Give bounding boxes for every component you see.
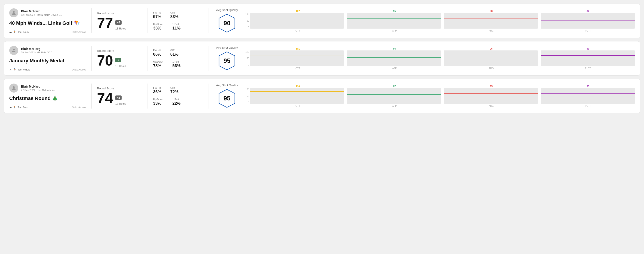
stats-section: FW Hit57%GIR83%Up/Down33%1 Putt11% <box>153 8 203 33</box>
y-axis: 100500 <box>245 13 250 29</box>
divider-3 <box>208 84 208 109</box>
stats-row-2: Up/Down33%1 Putt11% <box>153 23 203 31</box>
svg-point-0 <box>13 11 15 13</box>
holes-label: 18 Holes <box>115 65 126 68</box>
bar-top-label: 86 <box>348 47 441 50</box>
y-axis-label: 0 <box>245 26 249 29</box>
round-card: Blair McHarg27 Dec 2021 · The Oxfordshir… <box>4 79 640 113</box>
tee-info: ☁ 🏌 Tee: Blue <box>9 106 28 109</box>
fw-hit-label: FW Hit <box>153 87 161 89</box>
bar-single <box>444 13 538 29</box>
score-number: 74 <box>97 91 113 105</box>
bar-single <box>541 13 635 29</box>
shot-quality-container: Avg Shot Quality 95 <box>216 46 238 71</box>
chart-row: 100500 <box>245 13 635 29</box>
stat-fw-hit: FW Hit57% <box>153 11 161 19</box>
y-axis-label: 100 <box>245 13 249 15</box>
tee-label: Tee: Black <box>18 31 29 33</box>
bag-icon: 🏌 <box>13 106 16 109</box>
gir-value: 83% <box>170 14 178 19</box>
holes-label: 18 Holes <box>115 102 126 105</box>
divider <box>91 8 92 33</box>
y-axis-label: 50 <box>245 20 249 22</box>
updown-label: Up/Down <box>153 23 163 25</box>
y-axis-label: 0 <box>245 64 249 66</box>
bars-area <box>250 13 635 29</box>
user-meta: 27 Dec 2021 · The Oxfordshire <box>21 89 55 91</box>
stat-gir: GIR61% <box>170 49 178 57</box>
bar-accent-line <box>250 91 344 92</box>
chart-row: 100500 <box>245 50 635 66</box>
bar-single <box>250 50 344 66</box>
divider-2 <box>148 8 148 33</box>
oneputt-value: 22% <box>172 101 180 106</box>
fw-hit-value: 57% <box>153 14 161 19</box>
stats-section: FW Hit36%GIR72%Up/Down33%1 Putt22% <box>153 84 203 109</box>
x-axis-label: APP <box>348 29 441 32</box>
score-badge: +2 <box>115 96 122 100</box>
bar-accent-line <box>541 20 635 20</box>
score-section: Round Score77+518 Holes <box>97 8 142 33</box>
x-axis-label: OTT <box>251 105 345 107</box>
round-bottom-row: ☁ 🏌 Tee: Blue Data: Arccos <box>9 106 86 109</box>
stat-updown: Up/Down33% <box>153 98 163 106</box>
oneputt-label: 1 Putt <box>172 23 180 25</box>
stat-oneputt: 1 Putt11% <box>172 23 180 31</box>
tee-label: Tee: Yellow <box>18 68 30 71</box>
hexagon: 95 <box>217 88 237 109</box>
bar-accent-line <box>541 94 635 94</box>
x-axis-label: APP <box>348 105 441 107</box>
gir-value: 61% <box>170 52 178 57</box>
bar-accent-line <box>444 56 538 56</box>
gir-label: GIR <box>170 11 178 14</box>
avatar <box>9 46 18 55</box>
bar-top-label: 95 <box>348 10 441 12</box>
bar-top-labels: 107959882 <box>245 10 635 12</box>
bar-accent-line <box>347 94 441 95</box>
gir-label: GIR <box>170 49 178 52</box>
y-axis-label: 50 <box>245 57 249 60</box>
chart-row: 100500 <box>245 88 635 104</box>
divider-3 <box>208 8 208 33</box>
score-badge: +5 <box>115 20 122 25</box>
stat-updown: Up/Down33% <box>153 23 163 31</box>
bar-top-label: 98 <box>444 10 538 12</box>
bar-top-label: 101 <box>251 47 345 50</box>
score-number: 70 <box>97 53 113 68</box>
x-axis-label: ARG <box>444 67 538 70</box>
score-section: Round Score74+218 Holes <box>97 84 142 109</box>
oneputt-value: 56% <box>172 64 180 68</box>
oneputt-value: 11% <box>172 26 180 31</box>
y-axis-label: 0 <box>245 101 249 104</box>
score-main: 70-218 Holes <box>97 53 142 68</box>
x-axis-label: ARG <box>444 29 538 32</box>
bar-single <box>347 13 441 29</box>
fw-hit-label: FW Hit <box>153 11 161 14</box>
user-info: Blair McHarg12 Feb 2022 · Royal North De… <box>21 9 62 16</box>
data-source: Data: Arccos <box>72 68 86 71</box>
shot-quality-container: Avg Shot Quality 95 <box>216 84 238 109</box>
weather-icon: ☁ <box>9 106 12 109</box>
user-row: Blair McHarg12 Feb 2022 · Royal North De… <box>9 8 86 17</box>
fw-hit-label: FW Hit <box>153 49 161 52</box>
score-badge-wrap: +518 Holes <box>115 20 126 30</box>
divider-2 <box>148 46 148 71</box>
score-label: Round Score <box>97 87 142 90</box>
round-title: 40 Mph Winds... Links Golf 🪁 <box>9 20 86 26</box>
user-name: Blair McHarg <box>21 9 62 13</box>
weather-icon: ☁ <box>9 68 12 71</box>
y-axis-label: 100 <box>245 50 249 53</box>
tee-info: ☁ 🏌 Tee: Black <box>9 30 29 33</box>
round-left-section: Blair McHarg12 Feb 2022 · Royal North De… <box>9 8 86 33</box>
bar-top-label: 95 <box>444 85 538 88</box>
user-info: Blair McHarg27 Dec 2021 · The Oxfordshir… <box>21 85 55 91</box>
stat-fw-hit: FW Hit36% <box>153 87 161 94</box>
x-axis-label: OTT <box>251 29 345 32</box>
updown-value: 33% <box>153 101 163 106</box>
user-meta: 29 Jan 2022 · Mill Ride GCC <box>21 51 52 54</box>
bar-single <box>347 50 441 66</box>
bars-area <box>250 50 635 66</box>
x-axis-label: PUTT <box>541 29 635 32</box>
data-source: Data: Arccos <box>72 31 86 33</box>
bar-single <box>347 88 441 104</box>
